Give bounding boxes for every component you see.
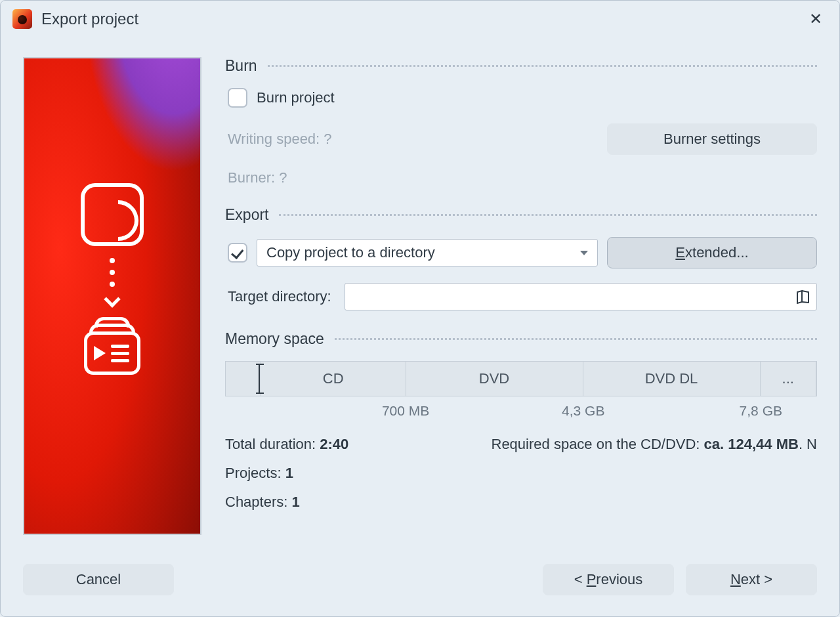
browse-folder-icon[interactable] xyxy=(795,289,811,305)
target-directory-label: Target directory: xyxy=(228,288,331,305)
target-directory-input[interactable] xyxy=(345,283,817,310)
memory-space-bar: CDDVDDVD DL... xyxy=(225,361,817,396)
memory-cursor xyxy=(259,364,260,394)
required-space: Required space on the CD/DVD: ca. 124,44… xyxy=(492,436,818,453)
extended-button[interactable]: Extended... xyxy=(607,237,817,268)
burner-label: Burner: ? xyxy=(228,169,287,186)
disc-icon xyxy=(81,183,144,246)
memory-space-ticks: 700 MB4,3 GB7,8 GB xyxy=(225,403,817,421)
memory-section-heading: Memory space xyxy=(225,330,817,348)
memory-segment: CD xyxy=(261,362,406,396)
burn-project-checkbox[interactable] xyxy=(228,88,247,108)
memory-segment xyxy=(226,362,261,396)
memory-tick-label: 700 MB xyxy=(382,403,429,419)
memory-tick-label: 7,8 GB xyxy=(740,403,782,419)
app-icon xyxy=(12,9,32,29)
memory-segment: ... xyxy=(761,362,817,396)
arrow-down-icon xyxy=(106,258,118,305)
export-project-dialog: Export project ✕ xyxy=(0,0,840,617)
cancel-button[interactable]: Cancel xyxy=(23,564,174,595)
memory-tick-label: 4,3 GB xyxy=(562,403,604,419)
export-section-heading: Export xyxy=(225,206,817,224)
burn-section-heading: Burn xyxy=(225,57,817,75)
memory-segment: DVD DL xyxy=(583,362,761,396)
total-duration: Total duration: 2:40 xyxy=(225,436,348,453)
burner-settings-button[interactable]: Burner settings xyxy=(607,123,817,155)
titlebar: Export project ✕ xyxy=(1,1,839,37)
export-mode-combo[interactable]: Copy project to a directory xyxy=(257,239,598,266)
chevron-down-icon xyxy=(580,251,588,255)
writing-speed-label: Writing speed: ? xyxy=(228,131,332,148)
memory-segment: DVD xyxy=(406,362,583,396)
copy-project-checkbox[interactable] xyxy=(228,243,247,263)
previous-button[interactable]: < Previous xyxy=(543,564,674,595)
window-title: Export project xyxy=(41,10,138,28)
chapters-count: Chapters: 1 xyxy=(225,494,817,511)
close-icon[interactable]: ✕ xyxy=(804,9,828,30)
project-stack-icon xyxy=(77,317,147,383)
next-button[interactable]: Next > xyxy=(686,564,817,595)
projects-count: Projects: 1 xyxy=(225,465,817,482)
burn-project-label: Burn project xyxy=(257,89,335,106)
preview-pane xyxy=(23,57,201,535)
